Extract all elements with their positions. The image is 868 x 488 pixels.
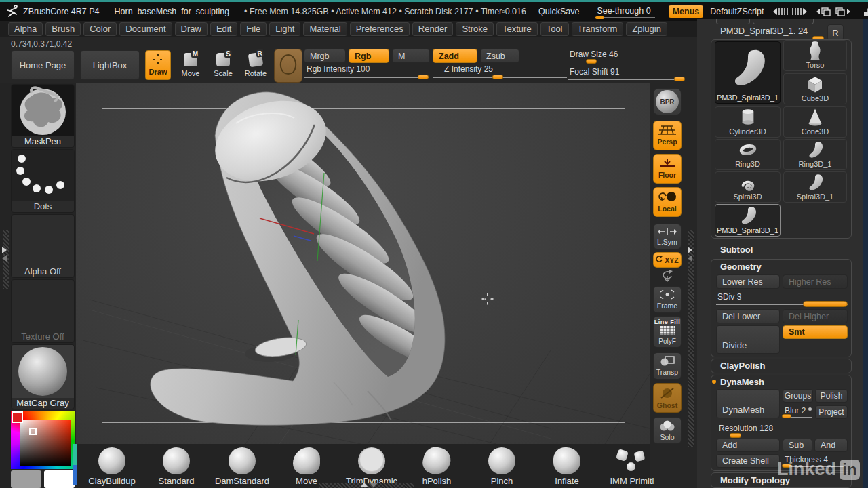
menu-material[interactable]: Material [303,22,347,36]
paint-color-swatch[interactable] [44,470,75,488]
mrgb-button[interactable]: Mrgb [304,49,346,63]
menu-color[interactable]: Color [83,22,117,36]
menu-light[interactable]: Light [269,22,300,36]
rotate-mode-button[interactable]: R Rotate [240,53,271,77]
canvas-3d-viewport[interactable] [76,83,650,444]
lock-icon[interactable] [863,5,868,18]
secondary-color-swatch[interactable] [11,470,41,488]
brush-imm-primitives[interactable]: IMM Primiti [601,447,663,486]
active-tool-thumbnail[interactable]: PM3D_Spiral3D_1 [715,41,781,104]
color-sv-square[interactable] [20,420,71,466]
menu-texture[interactable]: Texture [496,22,538,36]
current-material-thumbnail-button[interactable]: MatCap Gray [11,344,75,409]
lower-res-button[interactable]: Lower Res [716,274,780,289]
zsub-button[interactable]: Zsub [480,49,519,63]
subtool-section-header[interactable]: Subtool [720,245,753,255]
menu-brush[interactable]: Brush [45,22,81,36]
home-page-button[interactable]: Home Page [11,50,75,80]
dynamesh-button[interactable]: DynaMesh [716,389,780,418]
current-material-button[interactable] [274,49,302,83]
rotate-on-y-icon[interactable] [660,270,674,285]
brush-standard[interactable]: Standard [145,447,208,486]
bpr-button[interactable]: BPR [653,88,682,115]
claypolish-section-header[interactable]: ClayPolish [720,361,765,371]
default-zscript-button[interactable]: DefaultZScript [710,7,764,16]
current-alpha-button[interactable]: Alpha Off [11,214,75,278]
tool-cylinder3d[interactable]: Cylinder3D [715,106,781,138]
current-brush-button[interactable]: MaskPen [11,84,75,148]
brush-pinch[interactable]: Pinch [471,447,533,486]
tool-pm3d-spiral3d-1[interactable]: PM3D_Spiral3D_1 [715,204,781,237]
next-window-icon[interactable] [835,5,850,18]
m-button[interactable]: M [392,49,430,63]
quicksave-button[interactable]: QuickSave [538,7,579,16]
bottom-tray-collapse-icon[interactable] [360,483,378,487]
del-lower-button[interactable]: Del Lower [716,309,780,323]
tool-cube3d[interactable]: Cube3D [783,73,847,104]
brush-claybuildup[interactable]: ClayBuildup [81,447,143,486]
brush-inflate[interactable]: Inflate [536,447,598,486]
menu-file[interactable]: File [240,22,267,36]
brush-hpolish[interactable]: hPolish [406,447,468,486]
frame-button[interactable]: Frame [653,286,682,313]
tool-cone3d[interactable]: Cone3D [783,106,847,138]
menu-transform[interactable]: Transform [572,22,624,36]
current-color-swatch[interactable] [12,411,23,423]
ghost-button[interactable]: Ghost [653,383,682,413]
menu-zplugin[interactable]: Zplugin [626,22,667,36]
project-button[interactable]: Project [815,405,848,419]
divide-button[interactable]: Divide [716,325,780,354]
menu-draw[interactable]: Draw [175,22,208,36]
tool-ring3d-1[interactable]: Ring3D_1 [783,139,847,170]
r-button[interactable]: R [827,24,844,41]
tool-spiral3d-1[interactable]: Spiral3D_1 [783,171,847,203]
and-button[interactable]: And [814,439,848,452]
draw-mode-button[interactable]: Draw [145,50,171,80]
lsym-button[interactable]: L.Sym [653,224,682,249]
transp-button[interactable]: Transp [653,352,682,380]
menus-button[interactable]: Menus [669,5,704,18]
sub-button[interactable]: Sub [783,439,812,452]
tool-ring3d[interactable]: Ring3D [715,139,781,170]
rgb-button[interactable]: Rgb [349,49,389,63]
menu-tool[interactable]: Tool [540,22,569,36]
current-texture-button[interactable]: Texture Off [11,279,75,343]
dynamesh-section-header[interactable]: DynaMesh [720,377,764,387]
floor-button[interactable]: Floor [653,154,682,184]
persp-button[interactable]: Persp [653,121,682,150]
polish-button[interactable]: Polish [815,389,848,403]
menu-alpha[interactable]: Alpha [8,22,43,36]
polyframe-button[interactable]: Line Fill PolyF [653,316,682,348]
xyz-button[interactable]: XYZ [653,252,682,268]
see-through-slider[interactable]: See-through 0 [595,6,654,18]
zadd-button[interactable]: Zadd [433,49,477,63]
higher-res-button[interactable]: Higher Res [783,274,848,289]
menu-document[interactable]: Document [119,22,172,36]
menu-edit[interactable]: Edit [210,22,237,36]
brush-trimdynamic[interactable]: TrimDynamic [340,447,403,486]
color-marker[interactable] [29,428,37,435]
add-button[interactable]: Add [716,439,780,452]
move-mode-button[interactable]: M Move [176,53,205,77]
brush-damstandard[interactable]: DamStandard [211,447,273,486]
see-through-knob[interactable] [595,16,604,19]
smt-button[interactable]: Smt [783,325,848,339]
brush-move[interactable]: Move [275,447,338,486]
geometry-section-header[interactable]: Geometry [720,262,762,272]
current-stroke-button[interactable]: Dots [11,149,75,213]
local-button[interactable]: Local [653,187,682,217]
lightbox-button[interactable]: LightBox [80,50,140,80]
del-higher-button[interactable]: Del Higher [783,309,848,323]
scale-mode-button[interactable]: S Scale [209,53,237,77]
solo-button[interactable]: Solo [653,417,682,444]
scroll-right-icon[interactable] [792,5,807,18]
right-tray-divider[interactable] [688,230,694,447]
right-tray-collapse-icon[interactable] [688,247,692,262]
scroll-left-icon[interactable] [773,5,788,18]
tool-spiral3d[interactable]: Spiral3D [715,171,781,203]
menu-stroke[interactable]: Stroke [456,22,494,36]
color-picker[interactable] [11,411,75,469]
menu-render[interactable]: Render [412,22,454,36]
tool-torso[interactable]: Torso [783,40,847,71]
menu-preferences[interactable]: Preferences [350,22,410,36]
